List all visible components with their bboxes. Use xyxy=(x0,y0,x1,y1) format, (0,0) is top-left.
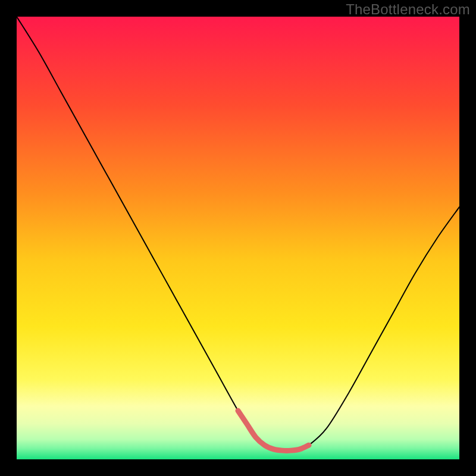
chart-container: TheBottleneck.com xyxy=(0,0,476,476)
plot-area xyxy=(17,17,459,459)
bottleneck-chart xyxy=(17,17,459,459)
watermark-text: TheBottleneck.com xyxy=(346,1,470,18)
svg-rect-0 xyxy=(17,17,459,459)
